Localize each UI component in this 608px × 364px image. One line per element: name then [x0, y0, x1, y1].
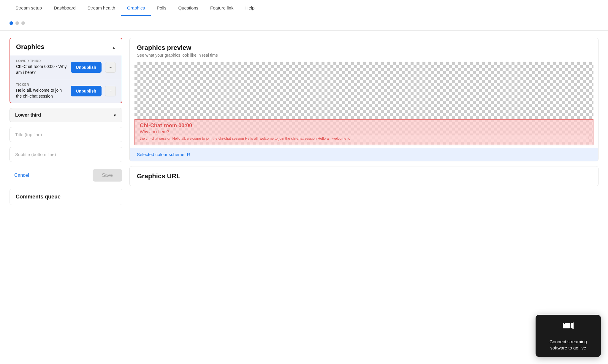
preview-card-header: Graphics preview See what your graphics … [130, 38, 598, 60]
lower-third-overlay-subtitle: Why am i here? [140, 129, 588, 134]
graphics-url-title: Graphics URL [137, 172, 591, 180]
lower-third-dropdown[interactable]: Lower third [10, 108, 122, 122]
more-button-lower-third[interactable]: ··· [105, 62, 116, 73]
collapse-button[interactable] [112, 44, 116, 50]
subtitle-input[interactable] [10, 147, 122, 162]
right-panel: Graphics preview See what your graphics … [129, 38, 598, 186]
form-actions: Cancel Save [10, 167, 122, 184]
colour-scheme-bar[interactable]: Selected colour scheme: R [130, 148, 598, 161]
main-content: Graphics LOWER THIRD Chi-Chat room 00:00… [0, 31, 608, 212]
title-input[interactable] [10, 127, 122, 142]
ticker-strip: the chi-chat session Hello all, welcome … [140, 135, 588, 142]
unpublish-button-lower-third[interactable]: Unpublish [71, 62, 102, 73]
graphic-item-text-lower-third: Chi-Chat room 00:00 - Why am i here? [16, 64, 67, 75]
comments-title: Comments queue [16, 194, 116, 200]
left-panel: Graphics LOWER THIRD Chi-Chat room 00:00… [10, 38, 122, 205]
pagination-dot-2[interactable] [21, 21, 25, 25]
unpublish-button-ticker[interactable]: Unpublish [71, 86, 102, 96]
preview-title: Graphics preview [137, 44, 591, 52]
nav-item-polls[interactable]: Polls [151, 0, 172, 16]
preview-canvas: Chi-Chat room 00:00 Why am i here? the c… [134, 62, 593, 145]
graphics-card: Graphics LOWER THIRD Chi-Chat room 00:00… [10, 38, 122, 103]
save-button: Save [93, 169, 122, 182]
nav-item-questions[interactable]: Questions [172, 0, 205, 16]
nav-item-graphics[interactable]: Graphics [121, 0, 151, 16]
graphic-item-type-ticker: TICKER [16, 83, 67, 86]
graphic-item-type-lower-third: LOWER THIRD [16, 59, 67, 63]
chevron-down-icon [113, 112, 117, 118]
graphic-item-lower-third: LOWER THIRD Chi-Chat room 00:00 - Why am… [10, 55, 122, 79]
nav-item-stream-setup[interactable]: Stream setup [10, 0, 48, 16]
nav-item-feature-link[interactable]: Feature link [204, 0, 239, 16]
comments-section: Comments queue [10, 189, 122, 205]
graphic-item-info-ticker: TICKER Hello all, welcome to join the ch… [16, 83, 67, 99]
nav-item-stream-health[interactable]: Stream health [82, 0, 121, 16]
graphic-item-ticker: TICKER Hello all, welcome to join the ch… [10, 79, 122, 103]
lower-third-overlay: Chi-Chat room 00:00 Why am i here? the c… [134, 119, 593, 145]
pagination-bar [0, 16, 608, 31]
dropdown-label: Lower third [15, 112, 41, 118]
preview-subtitle: See what your graphics look like in real… [137, 53, 591, 58]
graphics-card-header: Graphics [10, 38, 122, 55]
preview-card: Graphics preview See what your graphics … [129, 38, 598, 161]
more-button-ticker[interactable]: ··· [105, 86, 116, 96]
nav-item-help[interactable]: Help [239, 0, 260, 16]
nav-item-dashboard[interactable]: Dashboard [48, 0, 81, 16]
graphics-url-section: Graphics URL [129, 166, 598, 186]
graphic-item-info: LOWER THIRD Chi-Chat room 00:00 - Why am… [16, 59, 67, 75]
cancel-button[interactable]: Cancel [10, 170, 34, 180]
graphic-item-text-ticker: Hello all, welcome to join the chi-chat … [16, 88, 67, 99]
nav-bar: Stream setupDashboardStream healthGraphi… [0, 0, 608, 16]
pagination-dot-1[interactable] [15, 21, 19, 25]
pagination-dot-0[interactable] [10, 21, 13, 25]
lower-third-overlay-title: Chi-Chat room 00:00 [140, 123, 588, 129]
graphics-card-title: Graphics [16, 43, 44, 51]
